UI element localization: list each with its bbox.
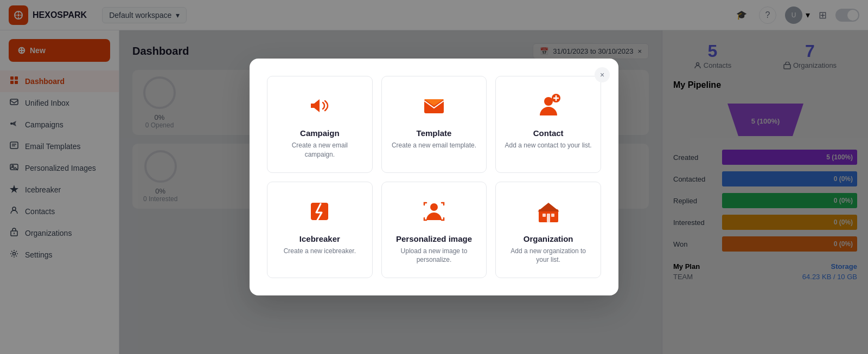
modal-icebreaker-title: Icebreaker [299,234,340,243]
modal-item-icebreaker[interactable]: Icebreaker Create a new icebreaker. [267,182,373,279]
modal-items-grid: Campaign Create a new email campaign. Te… [267,76,601,278]
modal-dialog: × Campaign Create a new email campaign. [250,59,618,295]
modal-icebreaker-desc: Create a new icebreaker. [284,247,356,256]
svg-point-30 [544,97,553,106]
modal-contact-desc: Add a new contact to your list. [505,141,592,150]
contact-icon [532,89,565,122]
modal-item-campaign[interactable]: Campaign Create a new email campaign. [267,76,373,173]
modal-organization-desc: Add a new organization to your list. [505,247,592,265]
svg-rect-41 [551,214,554,217]
modal-item-personalized-image[interactable]: Personalized image Upload a new image to… [381,182,487,279]
modal-campaign-desc: Create a new email campaign. [276,141,363,159]
svg-rect-42 [547,214,550,222]
svg-rect-36 [420,197,448,226]
modal-template-desc: Create a new email template. [392,141,476,150]
icebreaker-modal-icon [303,195,336,228]
modal-personalized-image-title: Personalized image [396,234,472,243]
modal-close-button[interactable]: × [595,67,610,82]
template-icon [418,89,450,122]
modal-item-organization[interactable]: Organization Add a new organization to y… [495,182,601,279]
personalized-image-icon [418,195,450,228]
modal-template-title: Template [417,128,452,138]
modal-contact-title: Contact [533,128,564,138]
organization-icon [532,195,565,228]
svg-rect-40 [542,214,546,217]
modal-item-template[interactable]: Template Create a new email template. [381,76,487,173]
svg-point-37 [430,203,438,211]
campaign-icon [303,89,336,122]
modal-personalized-image-desc: Upload a new image to personalize. [391,247,478,265]
close-icon: × [600,70,604,79]
modal-organization-title: Organization [524,234,573,243]
modal-overlay[interactable]: × Campaign Create a new email campaign. [0,0,868,354]
modal-campaign-title: Campaign [300,128,340,138]
modal-item-contact[interactable]: Contact Add a new contact to your list. [495,76,601,173]
